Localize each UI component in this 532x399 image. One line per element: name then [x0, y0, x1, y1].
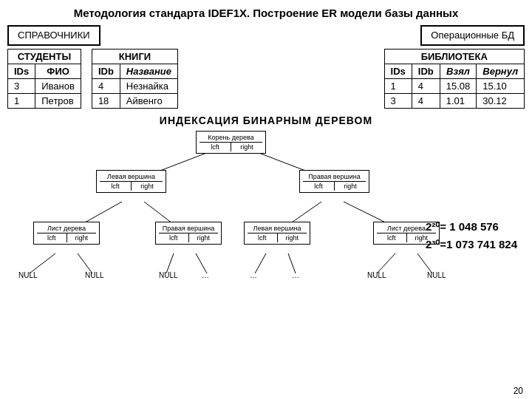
- svg-line-12: [377, 253, 395, 273]
- right-vertex-label: Правая вершина: [303, 172, 366, 181]
- null-label-1: NULL: [85, 271, 104, 279]
- page-title: Методология стандарта IDEF1X. Построение…: [0, 0, 532, 25]
- books-title: КНИГИ: [92, 49, 177, 64]
- books-table: КНИГИ IDb Название 4 Незнайка 18 Айвенго: [92, 49, 178, 109]
- students-title: СТУДЕНТЫ: [8, 49, 81, 64]
- library-table-container: БИБЛИОТЕКА IDs IDb Взял Вернул 1 4 15.08…: [384, 49, 525, 109]
- rv-right: right: [335, 182, 366, 191]
- null-label-6: NULL: [367, 271, 386, 279]
- l1-left: lcft: [37, 233, 67, 242]
- table-row: 3 4 1.01 30.12: [384, 93, 524, 108]
- oper-box: Операционные БД: [420, 25, 525, 46]
- svg-line-9: [196, 253, 207, 273]
- cell: 1: [384, 78, 412, 93]
- l2-right: right: [189, 233, 219, 242]
- power2-label: 2³⁰=1 073 741 824: [426, 236, 517, 253]
- leaf1-label: Лист дерева: [37, 224, 96, 233]
- lib-col-took: Взял: [440, 64, 477, 78]
- null-label-7: NULL: [427, 271, 446, 279]
- students-table: СТУДЕНТЫ IDs ФИО 3 Иванов 1 Петров: [7, 49, 81, 109]
- root-node: Корень дерева lcft right: [196, 131, 266, 154]
- books-col-idb: IDb: [92, 64, 120, 78]
- svg-line-6: [30, 253, 55, 273]
- leaf3-label: Левая вершина: [248, 224, 307, 233]
- leaf1-node: Лист дерева lcft right: [33, 222, 100, 245]
- root-right: right: [231, 143, 262, 151]
- students-table-container: СТУДЕНТЫ IDs ФИО 3 Иванов 1 Петров: [7, 49, 81, 109]
- root-label: Корень дерева: [200, 133, 262, 142]
- books-table-container: КНИГИ IDb Название 4 Незнайка 18 Айвенго: [92, 49, 178, 109]
- power-labels: 2²⁰= 1 048 576 2³⁰=1 073 741 824: [426, 218, 517, 253]
- lib-col-idb: IDb: [412, 64, 440, 78]
- svg-line-10: [255, 253, 266, 273]
- table-row: 1 Петров: [8, 93, 81, 108]
- power1-label: 2²⁰= 1 048 576: [426, 218, 517, 236]
- students-col-fio: ФИО: [35, 64, 81, 78]
- svg-line-13: [417, 253, 432, 273]
- null-label-0: NULL: [18, 271, 38, 279]
- cell: 4: [412, 78, 440, 93]
- l2-left: lcft: [159, 233, 189, 242]
- students-col-ids: IDs: [8, 64, 35, 78]
- table-row: 1 4 15.08 15.10: [384, 78, 524, 93]
- cell: 1.01: [440, 93, 477, 108]
- leaf2-node: Правая вершина lcft right: [155, 222, 222, 245]
- cell: 3: [8, 78, 35, 93]
- table-row: 4 Незнайка: [92, 78, 177, 93]
- null-label-5: …: [292, 271, 299, 279]
- lv-right: right: [132, 182, 163, 191]
- cell: 15.08: [440, 78, 477, 93]
- table-row: 3 Иванов: [8, 78, 81, 93]
- table-row: 18 Айвенго: [92, 93, 177, 108]
- cell: 30.12: [477, 93, 525, 108]
- cell: Петров: [35, 93, 81, 108]
- l3-right: right: [278, 233, 307, 242]
- null-label-3: …: [202, 271, 209, 279]
- cell: Айвенго: [120, 93, 177, 108]
- root-left: lcft: [200, 143, 231, 151]
- page-number: 20: [514, 386, 523, 396]
- indexing-title: ИНДЕКСАЦИЯ БИНАРНЫМ ДЕРЕВОМ: [0, 115, 532, 126]
- tables-area: СТУДЕНТЫ IDs ФИО 3 Иванов 1 Петров: [0, 49, 532, 109]
- svg-line-11: [288, 253, 296, 273]
- null-label-2: NULL: [159, 271, 178, 279]
- null-label-4: …: [250, 271, 257, 279]
- cell: 3: [384, 93, 412, 108]
- rv-left: lcft: [303, 182, 335, 191]
- tree-diagram: Корень дерева lcft right Левая вершина l…: [7, 129, 525, 284]
- lv-left: lcft: [100, 182, 132, 191]
- cell: 1: [8, 93, 35, 108]
- leaf3-node: Левая вершина lcft right: [244, 222, 310, 245]
- top-labels: СПРАВОЧНИКИ Операционные БД: [0, 25, 532, 46]
- l1-right: right: [67, 233, 97, 242]
- svg-line-7: [78, 253, 92, 273]
- cell: Иванов: [35, 78, 81, 93]
- lib-col-returned: Вернул: [477, 64, 525, 78]
- lib-col-ids: IDs: [384, 64, 412, 78]
- svg-line-8: [166, 253, 174, 273]
- cell: 4: [92, 78, 120, 93]
- tree-svg: [7, 129, 525, 284]
- books-col-name: Название: [120, 64, 177, 78]
- l4-left: lcft: [377, 233, 407, 242]
- right-vertex-node: Правая вершина lcft right: [299, 170, 369, 193]
- cell: 15.10: [477, 78, 525, 93]
- cell: Незнайка: [120, 78, 177, 93]
- left-vertex-label: Левая вершина: [100, 172, 163, 181]
- l3-left: lcft: [248, 233, 278, 242]
- library-table: БИБЛИОТЕКА IDs IDb Взял Вернул 1 4 15.08…: [384, 49, 525, 109]
- left-vertex-node: Левая вершина lcft right: [96, 170, 166, 193]
- sprav-box: СПРАВОЧНИКИ: [7, 25, 100, 46]
- cell: 4: [412, 93, 440, 108]
- cell: 18: [92, 93, 120, 108]
- library-title: БИБЛИОТЕКА: [384, 49, 524, 64]
- leaf2-label: Правая вершина: [159, 224, 218, 233]
